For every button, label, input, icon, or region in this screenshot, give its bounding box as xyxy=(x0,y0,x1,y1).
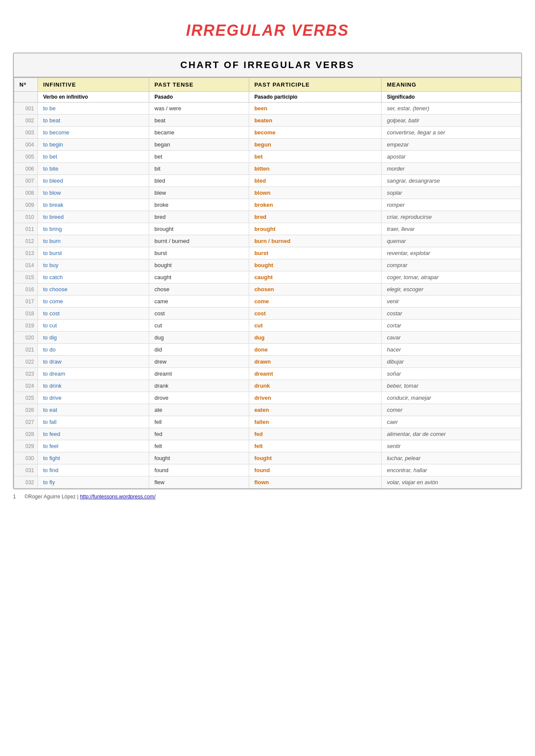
cell-meaning: cavar xyxy=(382,332,521,344)
cell-past-tense: brought xyxy=(149,223,249,235)
cell-infinitive: to dream xyxy=(38,368,149,380)
cell-past-participle: become xyxy=(249,127,382,139)
table-row: 009to breakbrokebrokenromper xyxy=(14,199,521,211)
cell-infinitive: to breed xyxy=(38,211,149,223)
cell-past-participle: blown xyxy=(249,187,382,199)
table-row: 019to cutcutcutcortar xyxy=(14,320,521,332)
footer: 1 ©Roger Aguirre López | http://funlesso… xyxy=(9,494,526,500)
cell-meaning: traer, llevar xyxy=(382,223,521,235)
footer-link[interactable]: http://funlessons.wordpress.com/ xyxy=(80,494,155,500)
cell-meaning: volar, viajar en avión xyxy=(382,476,521,488)
cell-infinitive: to bleed xyxy=(38,175,149,187)
table-row: 025to drivedrovedrivenconducir, manejar xyxy=(14,392,521,404)
col-header-infinitive: INFINITIVE xyxy=(38,78,149,92)
table-row: 002to beatbeatbeatengolpear, batir xyxy=(14,115,521,127)
table-row: 004to beginbeganbegunempezar xyxy=(14,139,521,151)
cell-num: 031 xyxy=(14,464,38,476)
cell-past-tense: caught xyxy=(149,271,249,283)
cell-meaning: apostar xyxy=(382,151,521,163)
chart-title: CHART OF IRREGULAR VERBS xyxy=(14,53,521,78)
cell-meaning: convertirse, llegar a ser xyxy=(382,127,521,139)
cell-past-tense: felt xyxy=(149,440,249,452)
table-row: 018to costcostcostcostar xyxy=(14,308,521,320)
cell-infinitive: to do xyxy=(38,344,149,356)
cell-meaning: comprar xyxy=(382,259,521,271)
cell-num: 014 xyxy=(14,259,38,271)
cell-past-tense: drank xyxy=(149,380,249,392)
cell-past-participle: been xyxy=(249,103,382,115)
cell-past-tense: beat xyxy=(149,115,249,127)
cell-past-tense: began xyxy=(149,139,249,151)
cell-infinitive: to begin xyxy=(38,139,149,151)
cell-num: 028 xyxy=(14,428,38,440)
table-row: 005to betbetbetapostar xyxy=(14,151,521,163)
table-row: 011to bringbroughtbroughttraer, llevar xyxy=(14,223,521,235)
cell-past-participle: beaten xyxy=(249,115,382,127)
cell-num: 015 xyxy=(14,271,38,283)
table-row: 007to bleedbledbledsangrar, desangrarse xyxy=(14,175,521,187)
cell-past-participle: found xyxy=(249,464,382,476)
table-row: 001to bewas / werebeenser, estar, (tener… xyxy=(14,103,521,115)
cell-infinitive: to bring xyxy=(38,223,149,235)
cell-past-tense: did xyxy=(149,344,249,356)
table-row: 031to findfoundfoundencontrar, hallar xyxy=(14,464,521,476)
cell-meaning: sentir xyxy=(382,440,521,452)
cell-past-tense: chose xyxy=(149,283,249,296)
cell-meaning: soplar xyxy=(382,187,521,199)
table-row: 026to eatateeatencomer xyxy=(14,404,521,416)
cell-infinitive: to drink xyxy=(38,380,149,392)
cell-past-participle: caught xyxy=(249,271,382,283)
col-subheader-meaning: Significado xyxy=(382,92,521,103)
col-subheader-infinitive: Verbo en infinitivo xyxy=(38,92,149,103)
cell-meaning: soñar xyxy=(382,368,521,380)
cell-past-participle: dug xyxy=(249,332,382,344)
irregular-verbs-table: Nº INFINITIVE PAST TENSE PAST PARTICIPLE… xyxy=(14,78,521,488)
cell-num: 026 xyxy=(14,404,38,416)
cell-infinitive: to burn xyxy=(38,235,149,247)
cell-num: 013 xyxy=(14,247,38,259)
page-title: IRREGULAR VERBS xyxy=(9,22,526,40)
cell-num: 003 xyxy=(14,127,38,139)
footer-credit-text: ©Roger Aguirre López | http://funlessons… xyxy=(25,494,156,500)
cell-meaning: elegir, escoger xyxy=(382,283,521,296)
table-row: 029to feelfeltfeltsentir xyxy=(14,440,521,452)
col-subheader-past-tense: Pasado xyxy=(149,92,249,103)
cell-num: 009 xyxy=(14,199,38,211)
table-row: 013to burstburstburstreventar, explotar xyxy=(14,247,521,259)
cell-infinitive: to fight xyxy=(38,452,149,464)
cell-past-participle: bet xyxy=(249,151,382,163)
col-header-meaning: MEANING xyxy=(382,78,521,92)
table-row: 003to becomebecamebecomeconvertirse, lle… xyxy=(14,127,521,139)
cell-past-tense: became xyxy=(149,127,249,139)
cell-meaning: venir xyxy=(382,296,521,308)
table-row: 023to dreamdreamtdreamtsoñar xyxy=(14,368,521,380)
table-row: 022to drawdrewdrawndibujar xyxy=(14,356,521,368)
cell-meaning: quemar xyxy=(382,235,521,247)
cell-num: 004 xyxy=(14,139,38,151)
table-row: 021to dodiddonehacer xyxy=(14,344,521,356)
cell-num: 027 xyxy=(14,416,38,428)
cell-num: 025 xyxy=(14,392,38,404)
cell-meaning: dibujar xyxy=(382,356,521,368)
cell-infinitive: to come xyxy=(38,296,149,308)
cell-past-participle: fallen xyxy=(249,416,382,428)
cell-past-tense: cut xyxy=(149,320,249,332)
cell-infinitive: to burst xyxy=(38,247,149,259)
cell-meaning: luchar, pelear xyxy=(382,452,521,464)
cell-past-participle: done xyxy=(249,344,382,356)
cell-past-tense: came xyxy=(149,296,249,308)
cell-past-participle: eaten xyxy=(249,404,382,416)
cell-meaning: morder xyxy=(382,163,521,175)
cell-infinitive: to draw xyxy=(38,356,149,368)
table-row: 015to catchcaughtcaughtcoger, tomar, atr… xyxy=(14,271,521,283)
cell-infinitive: to find xyxy=(38,464,149,476)
col-header-past-participle: PAST PARTICIPLE xyxy=(249,78,382,92)
cell-num: 029 xyxy=(14,440,38,452)
cell-meaning: ser, estar, (tener) xyxy=(382,103,521,115)
table-row: 017to comecamecomevenir xyxy=(14,296,521,308)
cell-meaning: golpear, batir xyxy=(382,115,521,127)
cell-past-participle: drunk xyxy=(249,380,382,392)
cell-past-tense: bled xyxy=(149,175,249,187)
cell-num: 020 xyxy=(14,332,38,344)
cell-past-tense: bred xyxy=(149,211,249,223)
